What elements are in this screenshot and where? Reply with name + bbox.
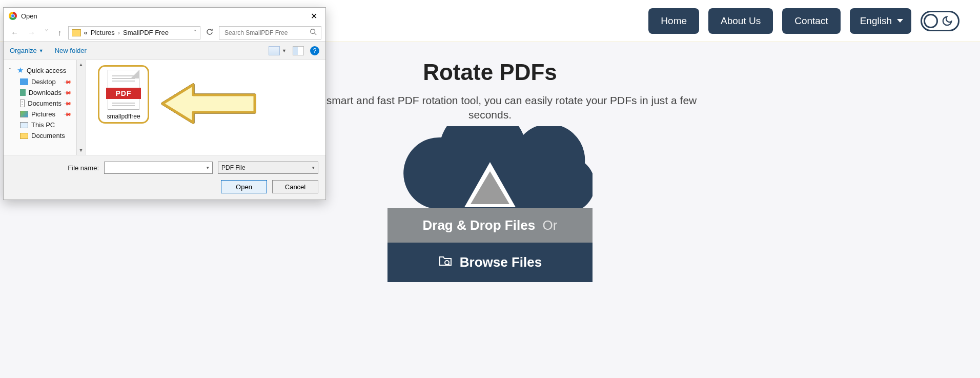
svg-marker-4 [162,85,255,123]
dropdown-caret-icon[interactable]: ▾ [207,165,209,170]
dialog-body: ˅★ Quick access Desktop 📌 Downloads 📌 Do… [4,60,325,155]
nav-contact-button[interactable]: Contact [782,8,840,34]
star-icon: ★ [17,66,24,75]
pictures-icon [20,111,28,117]
dialog-title: Open [21,12,37,20]
chrome-icon [9,12,17,20]
sidebar-documents[interactable]: Documents 📌 [7,98,83,109]
theme-toggle[interactable] [921,11,959,31]
sidebar-label: Downloads [29,89,62,96]
moon-icon [942,15,953,29]
nav-up-button[interactable]: ↑ [55,26,65,39]
annotation-arrow-icon [157,81,260,128]
toggle-knob [924,14,938,28]
breadcrumb-root: « [84,29,88,36]
sidebar-label: This PC [31,121,55,129]
sidebar-downloads[interactable]: Downloads 📌 [7,87,83,98]
language-selector[interactable]: English [850,8,911,34]
folder-icon [72,29,81,36]
dialog-toolbar: Organize ▼ New folder ▼ ? [4,42,325,60]
pin-icon: 📌 [64,77,72,86]
svg-point-2 [445,261,449,265]
nav-about-button[interactable]: About Us [708,8,773,34]
dropdown-caret-icon[interactable]: ▼ [282,48,287,53]
documents-icon [20,100,25,107]
language-label: English [860,15,892,27]
organize-label: Organize [10,47,37,54]
open-button[interactable]: Open [221,180,267,193]
sidebar-this-pc[interactable]: This PC [7,120,83,130]
downloads-icon [20,89,26,96]
file-item-smallpdffree[interactable]: PDF smallpdffree [98,65,149,124]
file-name-input[interactable]: ▾ [104,162,213,174]
file-open-dialog: Open ✕ ← → ˅ ↑ « Pictures › SmallPDF Fre… [3,7,326,200]
file-type-combo[interactable]: PDF File ▾ [218,162,318,174]
folder-search-icon [438,254,453,271]
address-bar[interactable]: « Pictures › SmallPDF Free ˅ [68,26,201,39]
view-options-button[interactable] [269,46,280,55]
sidebar-label: Desktop [31,78,56,86]
pdf-badge: PDF [106,88,141,99]
nav-forward-button[interactable]: → [25,26,38,39]
sidebar: ˅★ Quick access Desktop 📌 Downloads 📌 Do… [4,60,86,155]
file-name-label: File name: [68,164,99,172]
scroll-up-icon[interactable]: ▲ [77,60,85,69]
dialog-titlebar: Open ✕ [4,8,325,24]
dialog-nav-bar: ← → ˅ ↑ « Pictures › SmallPDF Free ˅ [4,24,325,42]
breadcrumb-sep-icon: › [118,29,120,36]
sidebar-quick-access[interactable]: ˅★ Quick access [7,64,83,76]
file-type-label: PDF File [221,164,246,171]
drag-drop-or [539,217,542,233]
organize-button[interactable]: Organize ▼ [10,47,44,54]
sidebar-label: Documents [28,100,62,107]
search-box[interactable] [219,26,321,39]
dropdown-caret-icon: ▼ [39,48,44,53]
browse-files-button[interactable]: Browse Files [387,243,593,282]
pin-icon: 📌 [64,110,72,118]
dropdown-caret-icon: ▾ [312,165,315,170]
sidebar-pictures[interactable]: Pictures 📌 [7,109,83,120]
chevron-down-icon [897,19,903,23]
sidebar-label: Quick access [27,67,66,74]
sidebar-label: Documents [31,132,65,140]
breadcrumb-current[interactable]: SmallPDF Free [123,29,169,36]
cancel-button[interactable]: Cancel [272,180,318,193]
drag-drop-or-text: Or [543,217,558,233]
search-icon [310,28,317,37]
sidebar-desktop[interactable]: Desktop 📌 [7,76,83,87]
pc-icon [20,122,28,128]
new-folder-button[interactable]: New folder [55,47,87,54]
refresh-button[interactable] [203,26,216,39]
cloud-icon [387,126,593,208]
pin-icon: 📌 [64,99,72,107]
help-button[interactable]: ? [310,46,319,55]
sidebar-documents-2[interactable]: Documents [7,130,83,141]
nav-recent-button[interactable]: ˅ [42,26,52,39]
upload-widget: Drag & Drop Files Or Browse Files [387,126,593,282]
nav-back-button[interactable]: ← [8,26,22,39]
drag-drop-band[interactable]: Drag & Drop Files Or [387,208,593,243]
desktop-icon [20,78,28,85]
sidebar-scrollbar[interactable]: ▲ ▼ [76,60,85,155]
drag-drop-label: Drag & Drop Files [423,217,536,233]
file-list-area[interactable]: PDF smallpdffree [86,60,325,155]
dialog-footer: File name: ▾ PDF File ▾ Open Cancel [4,155,325,200]
scroll-down-icon[interactable]: ▼ [77,146,85,155]
preview-pane-button[interactable] [293,46,304,55]
folder-icon [20,133,28,139]
breadcrumb-pictures[interactable]: Pictures [91,29,115,36]
sidebar-label: Pictures [31,110,55,118]
file-name-label: smallpdffree [100,113,147,120]
nav-home-button[interactable]: Home [648,8,699,34]
address-dropdown-icon[interactable]: ˅ [194,29,197,36]
pdf-file-icon: PDF [108,70,139,110]
pin-icon: 📌 [64,88,72,96]
browse-files-label: Browse Files [460,254,542,270]
svg-point-3 [311,29,315,34]
search-input[interactable] [223,29,300,37]
close-button[interactable]: ✕ [302,8,325,24]
